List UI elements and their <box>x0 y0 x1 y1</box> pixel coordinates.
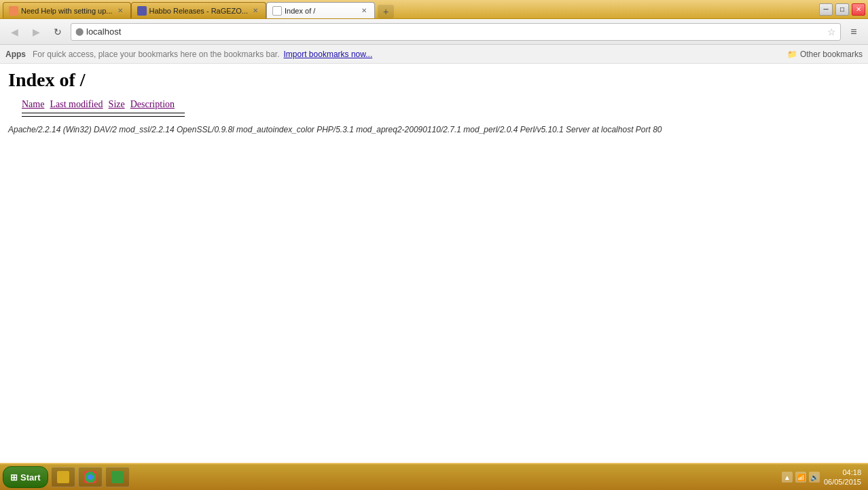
server-info: Apache/2.2.14 (Win32) DAV/2 mod_ssl/2.2.… <box>8 125 860 134</box>
table-top-separator <box>22 113 185 113</box>
system-tray-icons: ▲ 📶 🔊 <box>782 472 820 483</box>
nav-right-area: ≡ <box>845 23 863 41</box>
column-headers: Name Last modified Size Description <box>22 99 860 110</box>
speaker-tray-icon: 🔊 <box>809 472 820 483</box>
tab-habbo[interactable]: Habbo Releases - RaGEZO... ✕ <box>131 2 267 18</box>
address-input[interactable] <box>86 26 825 37</box>
title-bar: Need Help with setting up... ✕ Habbo Rel… <box>0 0 868 19</box>
tab-favicon-1 <box>9 6 18 16</box>
refresh-icon: ↻ <box>54 26 62 37</box>
close-icon: ✕ <box>856 5 861 13</box>
tabs-area: Need Help with setting up... ✕ Habbo Rel… <box>3 0 394 18</box>
import-bookmarks-link[interactable]: Import bookmarks now... <box>284 50 373 59</box>
bookmarks-bar: Apps For quick access, place your bookma… <box>0 45 868 64</box>
tab-favicon-3 <box>272 6 282 16</box>
col-name-link[interactable]: Name <box>22 99 44 110</box>
taskbar: ⊞ Start ▲ 📶 🔊 04:18 06/05/ <box>0 463 868 490</box>
forward-button[interactable]: ▶ <box>27 23 45 41</box>
tray-icon-1: ▲ <box>782 472 793 483</box>
bookmark-star-icon[interactable]: ☆ <box>827 26 836 37</box>
table-bottom-separator <box>22 116 185 117</box>
taskbar-app-torrent[interactable] <box>105 467 130 487</box>
tab-close-1[interactable]: ✕ <box>115 6 125 16</box>
tab-label-1: Need Help with setting up... <box>21 7 113 15</box>
col-lastmod-link[interactable]: Last modified <box>50 99 103 110</box>
minimize-button[interactable]: ─ <box>819 3 833 16</box>
file-explorer-icon <box>57 471 69 483</box>
start-orb-icon: ⊞ <box>10 472 18 483</box>
taskbar-time: 04:18 <box>824 468 861 477</box>
tab-need-help[interactable]: Need Help with setting up... ✕ <box>3 2 131 18</box>
chrome-menu-icon[interactable]: ≡ <box>845 23 863 41</box>
chrome-taskbar-icon <box>84 471 96 483</box>
other-bookmarks-button[interactable]: 📁 Other bookmarks <box>787 50 863 59</box>
taskbar-date: 06/05/2015 <box>824 477 861 487</box>
speaker-icon: 🔊 <box>810 474 818 481</box>
maximize-icon: □ <box>840 5 844 13</box>
col-size-link[interactable]: Size <box>109 99 125 110</box>
apps-label: Apps <box>5 50 26 59</box>
col-desc-link[interactable]: Description <box>130 99 175 110</box>
torrent-taskbar-icon <box>111 471 124 483</box>
tab-favicon-2 <box>137 6 147 16</box>
forward-icon: ▶ <box>33 26 40 37</box>
new-tab-button[interactable]: + <box>378 5 394 18</box>
taskbar-app-file-explorer[interactable] <box>51 467 75 487</box>
minimize-icon: ─ <box>823 5 828 13</box>
other-bookmarks-label: Other bookmarks <box>800 50 863 59</box>
taskbar-app-chrome[interactable] <box>78 467 103 487</box>
tab-close-2[interactable]: ✕ <box>251 6 260 16</box>
tab-close-3[interactable]: ✕ <box>359 6 369 16</box>
refresh-button[interactable]: ↻ <box>49 23 67 41</box>
back-button[interactable]: ◀ <box>5 23 23 41</box>
directory-table: Name Last modified Size Description <box>22 99 860 117</box>
taskbar-right: ▲ 📶 🔊 04:18 06/05/2015 <box>782 468 865 487</box>
network-tray-icon: 📶 <box>795 472 806 483</box>
address-bar[interactable]: ⬤ ☆ <box>71 23 841 41</box>
bookmarks-bar-message: For quick access, place your bookmarks h… <box>33 50 280 59</box>
nav-bar: ◀ ▶ ↻ ⬤ ☆ ≡ <box>0 19 868 45</box>
back-icon: ◀ <box>11 26 18 37</box>
network-icon: 📶 <box>797 474 805 481</box>
page-heading: Index of / <box>8 69 860 91</box>
maximize-button[interactable]: □ <box>835 3 849 16</box>
start-button[interactable]: ⊞ Start <box>3 466 48 488</box>
browser-window: Need Help with setting up... ✕ Habbo Rel… <box>0 0 868 490</box>
page-content: Index of / Name Last modified Size Descr… <box>0 64 868 463</box>
tab-label-2: Habbo Releases - RaGEZO... <box>149 7 249 15</box>
close-button[interactable]: ✕ <box>852 3 865 16</box>
window-controls: ─ □ ✕ <box>819 3 865 16</box>
address-lock-icon: ⬤ <box>75 27 84 36</box>
tab-index[interactable]: Index of / ✕ <box>266 2 375 18</box>
taskbar-clock: 04:18 06/05/2015 <box>824 468 861 487</box>
start-label: Start <box>20 472 41 483</box>
tab-label-3: Index of / <box>285 7 357 15</box>
folder-icon: 📁 <box>787 50 797 59</box>
